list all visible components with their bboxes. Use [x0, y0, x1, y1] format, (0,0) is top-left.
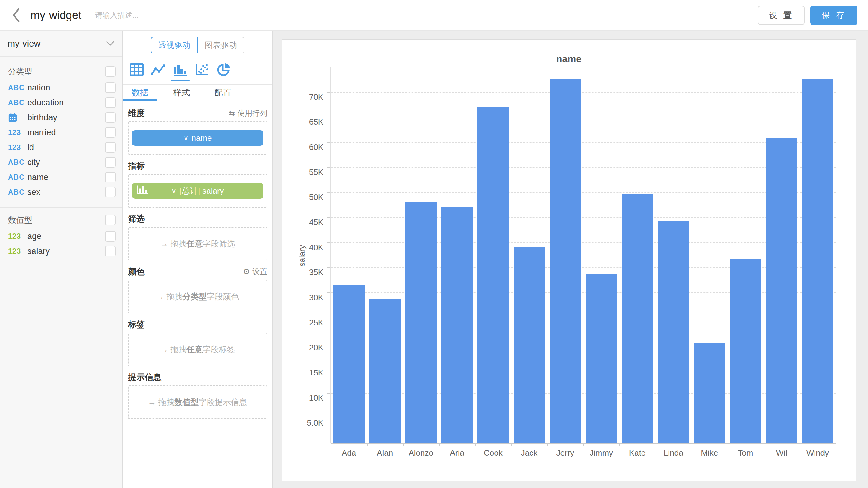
mode-tab-chart[interactable]: 图表驱动: [198, 37, 245, 54]
tab-data[interactable]: 数据: [123, 85, 157, 101]
x-axis-label: Linda: [655, 448, 691, 458]
panel-content: 维度 ⇆ 使用行列 ∨ name 指标: [123, 108, 272, 419]
field-name: married: [27, 128, 105, 138]
bar-Alan[interactable]: [369, 299, 401, 443]
bar-chart-plot: 5.0K10K15K20K25K30K35K40K45K50K55K60K65K…: [282, 40, 856, 481]
field-item-city[interactable]: ABCcity: [0, 155, 122, 170]
bar-Jack[interactable]: [514, 247, 545, 443]
field-name: birthday: [27, 113, 105, 122]
sidebar-group-divider: [0, 207, 122, 208]
bar-Jerry[interactable]: [550, 79, 581, 443]
chart-type-line-icon[interactable]: [151, 62, 166, 77]
main-area: my-view 分类型ABCnationABCeducationbirthday…: [0, 31, 868, 488]
field-checkbox[interactable]: [105, 231, 116, 242]
dimension-dropzone[interactable]: ∨ name: [128, 121, 267, 155]
bar-Jimmy[interactable]: [586, 274, 617, 443]
mode-tab-pivot[interactable]: 透视驱动: [151, 37, 198, 54]
field-checkbox[interactable]: [105, 97, 116, 108]
bar-Tom[interactable]: [730, 258, 761, 443]
x-axis-label: Windy: [800, 448, 836, 458]
x-axis-label: Jimmy: [583, 448, 619, 458]
field-group-header: 分类型: [0, 64, 122, 79]
color-dropzone[interactable]: → 拖拽分类型字段颜色: [128, 280, 267, 313]
caret-down-icon[interactable]: ∨: [171, 187, 176, 195]
tab-config[interactable]: 配置: [206, 85, 240, 101]
back-button[interactable]: [7, 6, 26, 25]
field-item-education[interactable]: ABCeducation: [0, 95, 122, 110]
x-axis-label: Wil: [764, 448, 800, 458]
bar-Wil[interactable]: [766, 138, 797, 443]
field-item-salary[interactable]: 123salary: [0, 244, 122, 258]
metric-pill-salary[interactable]: ∨ [总计] salary: [132, 183, 264, 199]
group-checkbox[interactable]: [105, 66, 116, 77]
view-selector[interactable]: my-view: [0, 31, 122, 57]
field-name: salary: [27, 246, 105, 256]
field-checkbox[interactable]: [105, 157, 116, 167]
description-input[interactable]: 请输入描述...: [95, 10, 758, 20]
bar-Windy[interactable]: [802, 79, 833, 443]
group-checkbox[interactable]: [105, 215, 116, 225]
field-checkbox[interactable]: [105, 187, 116, 197]
metric-label: 指标: [128, 160, 267, 172]
chevron-left-icon: [11, 8, 22, 23]
field-item-sex[interactable]: ABCsex: [0, 185, 122, 200]
widget-title[interactable]: my-widget: [30, 9, 82, 22]
bar-chart-icon: [137, 185, 149, 197]
field-item-birthday[interactable]: birthday: [0, 110, 122, 125]
calendar-icon: [8, 113, 27, 122]
field-item-nation[interactable]: ABCnation: [0, 80, 122, 95]
x-tick: [583, 443, 584, 446]
chart-type-table-icon[interactable]: [129, 62, 144, 77]
field-group-header: 数值型: [0, 213, 122, 227]
field-item-id[interactable]: 123id: [0, 140, 122, 155]
x-tick: [403, 443, 404, 446]
metric-dropzone[interactable]: ∨ [总计] salary: [128, 174, 267, 208]
y-axis-label: 50K: [292, 193, 323, 202]
field-sidebar: my-view 分类型ABCnationABCeducationbirthday…: [0, 31, 123, 488]
field-checkbox[interactable]: [105, 246, 116, 256]
field-item-age[interactable]: 123age: [0, 229, 122, 244]
chart-type-pie-icon[interactable]: [216, 62, 231, 77]
field-checkbox[interactable]: [105, 112, 116, 123]
field-name: city: [27, 158, 105, 167]
bar-Kate[interactable]: [622, 194, 653, 443]
save-button[interactable]: 保 存: [810, 6, 858, 25]
tooltip-dropzone[interactable]: → 拖拽数值型字段提示信息: [128, 386, 267, 419]
y-axis-line: [330, 67, 331, 443]
bar-Alonzo[interactable]: [405, 202, 437, 443]
field-checkbox[interactable]: [105, 127, 116, 138]
field-checkbox[interactable]: [105, 172, 116, 182]
group-label: 数值型: [8, 215, 105, 226]
filter-dropzone[interactable]: → 拖拽任意字段筛选: [128, 227, 267, 261]
top-bar: my-widget 请输入描述... 设 置 保 存: [0, 0, 868, 31]
y-axis-label: 5.0K: [292, 418, 323, 427]
x-tick: [800, 443, 800, 446]
gridline-75K: [331, 67, 836, 67]
x-tick: [727, 443, 728, 446]
bar-Linda[interactable]: [658, 221, 689, 443]
label-dropzone[interactable]: → 拖拽任意字段标签: [128, 333, 267, 366]
gridline-65K: [331, 117, 836, 118]
bar-Ada[interactable]: [333, 285, 365, 443]
field-item-married[interactable]: 123married: [0, 125, 122, 140]
chart-type-bar-icon[interactable]: [173, 62, 188, 77]
bar-Mike[interactable]: [694, 343, 725, 443]
bar-Cook[interactable]: [477, 106, 509, 443]
field-checkbox[interactable]: [105, 142, 116, 153]
y-axis-label: 55K: [292, 168, 323, 177]
dimension-pill-name[interactable]: ∨ name: [132, 130, 264, 146]
field-name: nation: [27, 83, 105, 93]
label-label: 标签: [128, 319, 267, 330]
use-rowcol-link[interactable]: ⇆ 使用行列: [229, 108, 267, 118]
field-checkbox[interactable]: [105, 82, 116, 93]
x-axis-label: Ada: [331, 448, 367, 458]
tab-style[interactable]: 样式: [164, 85, 198, 101]
bar-Aria[interactable]: [441, 207, 473, 443]
field-item-name[interactable]: ABCname: [0, 170, 122, 185]
settings-button[interactable]: 设 置: [758, 6, 805, 25]
y-axis-label: 70K: [292, 93, 323, 101]
color-settings-link[interactable]: ⚙ 设置: [243, 267, 267, 277]
caret-down-icon[interactable]: ∨: [183, 134, 188, 142]
chevron-down-icon: [105, 40, 115, 47]
chart-type-scatter-icon[interactable]: [194, 62, 209, 77]
